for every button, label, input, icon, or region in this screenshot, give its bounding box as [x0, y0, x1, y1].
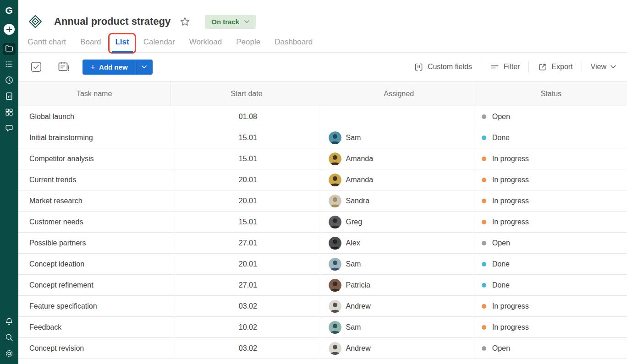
status-cell[interactable]: In progress [474, 169, 627, 190]
tab-calendar[interactable]: Calendar [143, 32, 175, 52]
sidebar-item-settings[interactable] [3, 348, 16, 360]
status-cell[interactable]: Done [474, 275, 627, 295]
start-date-cell[interactable]: 10.02 [175, 317, 321, 337]
table-row[interactable]: Concept revision 03.02 Andrew Open [18, 338, 627, 359]
sidebar-item-comments[interactable] [3, 123, 16, 135]
assignee-cell[interactable]: Sandra [321, 190, 474, 211]
assignee-cell[interactable]: Sam [321, 127, 474, 148]
start-date: 15.01 [239, 218, 257, 226]
task-name-cell[interactable]: Customer needs [18, 212, 175, 232]
table-row[interactable]: Global launch 01.08 Open [18, 106, 627, 127]
task-name-cell[interactable]: Competitor analysis [18, 148, 175, 169]
tab-label: Calendar [143, 38, 175, 47]
status-cell[interactable]: Done [474, 254, 627, 274]
assignee-cell[interactable]: Amanda [321, 148, 474, 169]
assignee-cell[interactable]: Alex [321, 233, 474, 253]
status-cell[interactable]: In progress [474, 212, 627, 232]
start-date-cell[interactable]: 15.01 [175, 212, 321, 232]
start-date-cell[interactable]: 27.01 [175, 233, 321, 253]
status-cell[interactable]: Open [474, 106, 627, 127]
start-date-cell[interactable]: 20.01 [175, 190, 321, 211]
custom-fields-button[interactable]: Custom fields [413, 62, 473, 72]
add-new-dropdown-button[interactable] [136, 60, 153, 75]
start-date-cell[interactable]: 20.01 [175, 254, 321, 274]
status-dot-icon [482, 262, 486, 266]
tab-list[interactable]: List [115, 32, 129, 52]
task-name-cell[interactable]: Concept refinement [18, 275, 175, 295]
column-header-start-date[interactable]: Start date [170, 81, 323, 106]
status-cell[interactable]: Open [474, 233, 627, 253]
table-row[interactable]: Concept refinement 27.01 Patricia Done [18, 275, 627, 296]
sidebar-item-notifications[interactable] [3, 316, 16, 328]
sidebar-item-projects[interactable] [3, 43, 16, 55]
tab-workload[interactable]: Workload [189, 32, 222, 52]
start-date-cell[interactable]: 03.02 [175, 338, 321, 359]
table-row[interactable]: Competitor analysis 15.01 Amanda In prog… [18, 148, 627, 169]
sidebar-item-search[interactable] [3, 332, 16, 344]
filter-icon [490, 62, 500, 72]
start-date-cell[interactable]: 03.02 [175, 296, 321, 316]
assignee-cell[interactable]: Andrew [321, 338, 474, 359]
add-project-button[interactable] [4, 24, 15, 35]
sidebar-item-task-list[interactable] [3, 59, 16, 71]
status-cell[interactable]: Open [474, 338, 627, 359]
status-badge[interactable]: On track [205, 15, 256, 29]
assignee-cell[interactable]: Amanda [321, 169, 474, 190]
task-name-cell[interactable]: Feature specification [18, 296, 175, 316]
column-header-assigned[interactable]: Assigned [323, 81, 475, 106]
start-date-cell[interactable]: 15.01 [175, 127, 321, 148]
task-name-cell[interactable]: Possible partners [18, 233, 175, 253]
task-name-cell[interactable]: Initial brainstorming [18, 127, 175, 148]
filter-button[interactable]: Filter [489, 62, 521, 72]
task-name-cell[interactable]: Market research [18, 190, 175, 211]
app-logo[interactable]: G [6, 4, 13, 17]
task-name-cell[interactable]: Current trends [18, 169, 175, 190]
tab-board[interactable]: Board [80, 32, 101, 52]
export-button[interactable]: Export [537, 62, 573, 72]
table-row[interactable]: Initial brainstorming 15.01 Sam Done [18, 127, 627, 148]
task-name-cell[interactable]: Concept ideation [18, 254, 175, 274]
table-row[interactable]: Current trends 20.01 Amanda In progress [18, 169, 627, 190]
table-row[interactable]: Customer needs 15.01 Greg In progress [18, 212, 627, 233]
status-cell[interactable]: Done [474, 127, 627, 148]
search-icon [5, 333, 14, 344]
column-header-task-name[interactable]: Task name [18, 81, 170, 106]
sidebar-item-portfolio[interactable] [3, 107, 16, 119]
view-button[interactable]: View [590, 63, 617, 71]
status-dot-icon [482, 325, 486, 330]
column-header-status[interactable]: Status [475, 81, 627, 106]
assignee-cell[interactable]: Sam [321, 254, 474, 274]
assignee-cell[interactable]: Patricia [321, 275, 474, 295]
sidebar-item-history[interactable] [3, 75, 16, 87]
status-cell[interactable]: In progress [474, 148, 627, 169]
table-row[interactable]: Feedback 10.02 Sam In progress [18, 317, 627, 338]
select-tasks-checkbox-icon[interactable] [30, 61, 42, 73]
task-name-cell[interactable]: Feedback [18, 317, 175, 337]
table-row[interactable]: Concept ideation 20.01 Sam Done [18, 254, 627, 275]
tab-dashboard[interactable]: Dashboard [275, 32, 313, 52]
chat-icon [5, 124, 14, 135]
assignee-cell[interactable]: Greg [321, 212, 474, 232]
plus-icon: + [90, 63, 95, 71]
star-icon[interactable] [180, 16, 190, 27]
assignee-cell[interactable] [321, 106, 474, 127]
status-cell[interactable]: In progress [474, 190, 627, 211]
add-new-button[interactable]: + Add new [82, 60, 136, 75]
task-details-alert-icon[interactable] [57, 61, 70, 73]
tab-gantt-chart[interactable]: Gantt chart [28, 32, 66, 52]
table-row[interactable]: Market research 20.01 Sandra In progress [18, 190, 627, 212]
assignee-cell[interactable]: Andrew [321, 296, 474, 316]
table-row[interactable]: Possible partners 27.01 Alex Open [18, 233, 627, 254]
start-date-cell[interactable]: 27.01 [175, 275, 321, 295]
sidebar-item-reports[interactable] [3, 91, 16, 103]
assignee-cell[interactable]: Sam [321, 317, 474, 337]
tab-people[interactable]: People [236, 32, 260, 52]
start-date-cell[interactable]: 15.01 [175, 148, 321, 169]
table-row[interactable]: Feature specification 03.02 Andrew In pr… [18, 296, 627, 317]
status-cell[interactable]: In progress [474, 296, 627, 316]
task-name-cell[interactable]: Global launch [18, 106, 175, 127]
status-cell[interactable]: In progress [474, 317, 627, 337]
start-date-cell[interactable]: 20.01 [175, 169, 321, 190]
task-name-cell[interactable]: Concept revision [18, 338, 175, 359]
start-date-cell[interactable]: 01.08 [175, 106, 321, 127]
